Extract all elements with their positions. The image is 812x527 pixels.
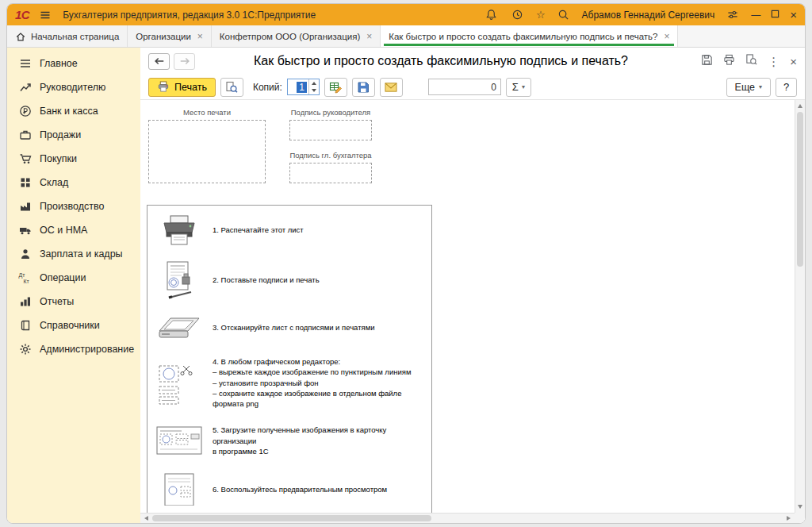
- back-button[interactable]: [148, 53, 170, 70]
- director-sign-placeholder-box: [289, 120, 372, 140]
- sum-value-field[interactable]: 0: [428, 79, 501, 95]
- send-email-button[interactable]: [380, 78, 403, 97]
- tab-close-icon[interactable]: ×: [664, 31, 669, 42]
- kebab-icon: ⋮: [768, 55, 779, 68]
- search-icon: [557, 9, 569, 21]
- instruction-step: 5. Загрузите полученные изображения в ка…: [154, 425, 425, 456]
- signatures-block: Подпись руководителя Подпись гл. бухгалт…: [289, 108, 372, 183]
- sidebar-item-bank-cash[interactable]: Банк и касса: [7, 99, 140, 123]
- print-header-button[interactable]: [723, 54, 735, 69]
- autosum-button[interactable]: Σ ▾: [506, 78, 531, 97]
- preview-button[interactable]: [220, 78, 243, 97]
- preview-header-button[interactable]: [745, 54, 757, 69]
- current-user[interactable]: Абрамов Геннадий Сергеевич: [582, 10, 715, 21]
- tab-organizations[interactable]: Организации ×: [128, 25, 212, 47]
- tab-home[interactable]: Начальная страница: [7, 25, 128, 47]
- step-text: 3. Отсканируйте лист с подписями и печат…: [213, 322, 375, 333]
- back-arrow-icon: [154, 56, 165, 66]
- maximize-button[interactable]: [771, 10, 779, 21]
- sigma-icon: Σ: [512, 81, 519, 93]
- close-icon: ×: [790, 55, 797, 68]
- director-sign-label: Подпись руководителя: [289, 108, 372, 117]
- settings-button[interactable]: [725, 7, 741, 23]
- favorites-button[interactable]: ☆: [536, 10, 546, 20]
- chevron-down-icon: ▾: [522, 83, 525, 90]
- printer-illustration-icon: [154, 215, 205, 245]
- floppy-blue-icon: [357, 81, 370, 94]
- sidebar-item-label: Главное: [40, 58, 78, 69]
- page-header: Как быстро и просто создать факсимильную…: [140, 48, 805, 75]
- scroll-right-icon: [787, 516, 791, 521]
- stamp-block: Место печати: [148, 108, 266, 183]
- sidebar-item-main[interactable]: Главное: [7, 52, 140, 75]
- search-button[interactable]: [556, 7, 572, 23]
- sidebar-item-fixed-assets[interactable]: ОС и НМА: [7, 218, 140, 242]
- print-settings-button[interactable]: [324, 78, 347, 97]
- tab-label: Организации: [136, 32, 191, 41]
- tab-konfetprom-organization[interactable]: Конфетпром ООО (Организация) ×: [212, 25, 381, 47]
- forward-button[interactable]: [174, 53, 195, 70]
- person-icon: [18, 248, 32, 260]
- step-text: 1. Распечатайте этот лист: [213, 225, 304, 235]
- close-window-button[interactable]: ×: [790, 8, 797, 21]
- signed-document-illustration-icon: [154, 261, 205, 299]
- vertical-scrollbar[interactable]: [795, 100, 805, 513]
- notifications-button[interactable]: [484, 7, 500, 23]
- sidebar-item-operations[interactable]: ДтКт Операции: [7, 266, 140, 290]
- horizontal-scrollbar[interactable]: [140, 513, 795, 523]
- sidebar-item-manager[interactable]: Руководителю: [7, 75, 140, 99]
- main-menu-button[interactable]: [37, 7, 53, 23]
- step-up-icon: [312, 82, 316, 85]
- sidebar-item-warehouse[interactable]: Склад: [7, 171, 140, 194]
- help-button[interactable]: ?: [776, 78, 797, 97]
- tab-close-icon[interactable]: ×: [366, 31, 372, 42]
- sidebar-item-payroll-hr[interactable]: Зарплата и кадры: [7, 242, 140, 266]
- 1c-logo: 1С: [15, 8, 29, 21]
- sidebar-item-label: Склад: [40, 177, 68, 188]
- doc-magnifier-icon: [745, 54, 757, 66]
- print-toolbar: Печать Копий: 1 0: [140, 75, 805, 100]
- sidebar-item-references[interactable]: Справочники: [7, 314, 140, 337]
- minimize-button[interactable]: —: [751, 10, 760, 21]
- scroll-left-icon: [144, 516, 148, 521]
- sidebar-item-sales[interactable]: Продажи: [7, 123, 140, 147]
- tab-bar: Начальная страница Организации × Конфетп…: [7, 25, 805, 48]
- more-button[interactable]: Еще ▾: [726, 78, 771, 97]
- sidebar-item-production[interactable]: Производство: [7, 194, 140, 218]
- stamp-placeholder-box: [148, 120, 266, 183]
- gear-icon: [18, 343, 32, 356]
- more-actions-button[interactable]: ⋮: [768, 56, 779, 67]
- copies-input[interactable]: 1: [287, 79, 320, 95]
- sidebar-item-label: Зарплата и кадры: [40, 248, 123, 260]
- print-button[interactable]: Печать: [148, 78, 216, 97]
- table-pencil-icon: [329, 81, 342, 94]
- printer-icon: [723, 54, 735, 66]
- sidebar-item-administration[interactable]: Администрирование: [7, 337, 140, 361]
- briefcase-icon: [18, 129, 32, 141]
- instruction-step: 4. В любом графическом редакторе: – выре…: [154, 356, 425, 409]
- tab-label: Начальная страница: [31, 32, 119, 41]
- tab-label: Как быстро и просто создать факсимильную…: [389, 32, 657, 41]
- vertical-scroll-thumb[interactable]: [797, 112, 803, 267]
- tab-facsimile-article[interactable]: Как быстро и просто создать факсимильную…: [381, 25, 678, 47]
- tab-close-icon[interactable]: ×: [197, 31, 203, 42]
- envelope-icon: [385, 82, 397, 93]
- copies-stepper[interactable]: [308, 79, 319, 94]
- scroll-up-icon: [798, 104, 802, 108]
- menu-lines-icon: [18, 57, 32, 70]
- tab-label: Конфетпром ООО (Организация): [220, 32, 360, 41]
- horizontal-scroll-thumb[interactable]: [152, 515, 431, 521]
- maximize-icon: [771, 10, 779, 18]
- save-file-button[interactable]: [352, 78, 375, 97]
- sidebar-item-reports[interactable]: Отчеты: [7, 290, 140, 314]
- sidebar-item-label: Продажи: [40, 129, 81, 140]
- instruction-step: 1. Распечатайте этот лист: [154, 215, 425, 245]
- history-button[interactable]: [510, 7, 526, 23]
- save-settings-button[interactable]: [701, 54, 713, 69]
- app-title: Бухгалтерия предприятия, редакция 3.0 1С…: [63, 10, 316, 21]
- sidebar-item-purchases[interactable]: Покупки: [7, 147, 140, 171]
- svg-text:Кт: Кт: [24, 279, 30, 284]
- close-page-button[interactable]: ×: [790, 56, 797, 67]
- factory-icon: [18, 200, 32, 213]
- step-text: 2. Поставьте подписи и печать: [213, 275, 320, 285]
